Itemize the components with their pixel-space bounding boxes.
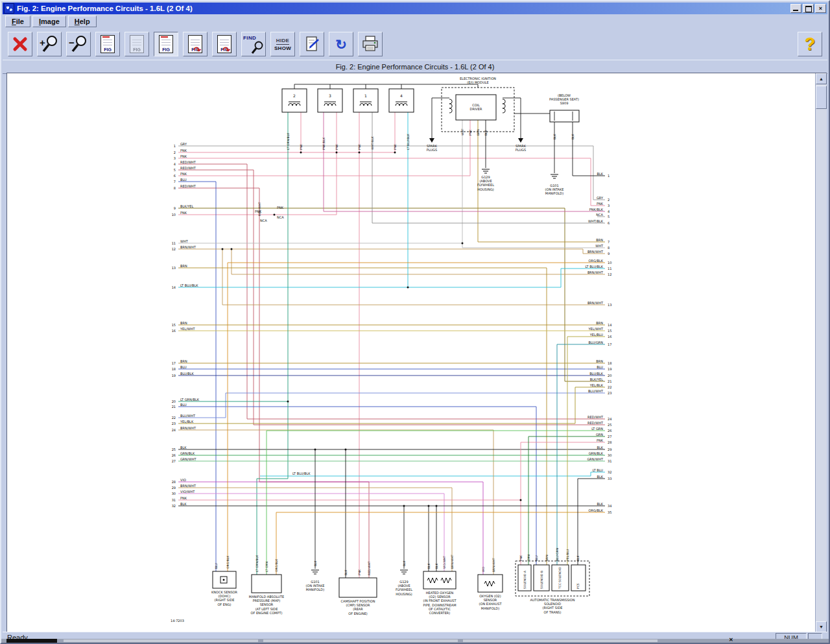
junction-dot <box>462 243 464 244</box>
print-button[interactable] <box>358 32 383 56</box>
zoom-out-button[interactable]: − <box>66 32 91 56</box>
diagram-text: 3 <box>329 93 331 98</box>
wire-color-label: BLK <box>597 172 604 176</box>
figure-caption: Fig. 2: Engine Performance Circuits - 1.… <box>336 63 495 71</box>
figure-page-icon: FIG <box>159 35 173 53</box>
wire-color-label: GRN <box>527 555 530 561</box>
scroll-up-button[interactable]: ▲ <box>816 73 827 84</box>
component-label: SENSOR <box>260 602 274 606</box>
junction-dot <box>274 214 276 216</box>
pin-number: 27 <box>608 435 611 438</box>
pin-number: 7 <box>174 180 176 184</box>
component-box <box>252 575 281 593</box>
hide-show-button[interactable]: HIDE SHOW <box>270 32 295 56</box>
maximize-button[interactable] <box>803 4 814 13</box>
component-label: OF CATALYTIC <box>429 607 451 611</box>
wire-color-label: BLU/WHT <box>180 414 196 418</box>
wire-color-label: YEL/WHT <box>588 327 604 331</box>
fig-current-button[interactable]: FIG <box>154 32 178 56</box>
spark-plug-arrow <box>518 138 523 143</box>
wire-color-label: BLK <box>435 562 438 569</box>
wire-color-label: LT BLU/BLK <box>585 265 603 268</box>
wire-color-label: BLK/YEL <box>180 204 193 208</box>
printer-icon <box>361 35 380 53</box>
wire-color-label: BRN <box>545 555 549 561</box>
diagram-text: 2 <box>293 93 296 98</box>
fig-last-button[interactable]: FIG ↷ <box>212 32 237 56</box>
wire-color-label: BRN <box>596 321 603 325</box>
refresh-button[interactable]: ↻ <box>329 32 353 56</box>
wire-color-label: WHT/BLK <box>588 219 604 223</box>
wire-color-label: PNK <box>358 143 361 150</box>
taskbar-item <box>64 639 258 642</box>
diagram-text: 4 <box>400 93 403 98</box>
wire <box>573 122 605 176</box>
component-label: (ABOVE <box>397 584 410 588</box>
pin-number: 14 <box>172 285 176 289</box>
junction-dot <box>300 152 302 154</box>
coil-symbol <box>360 102 372 106</box>
component-label: OF ENGINE COMPT) <box>251 611 283 615</box>
help-button[interactable]: ? <box>798 32 822 56</box>
pin-number: 11 <box>608 267 611 270</box>
wire-color-label: ORG/BLK <box>275 558 278 572</box>
component-box <box>389 89 414 112</box>
wire-color-label: LT BLU/BLK <box>407 133 410 150</box>
wire <box>178 146 605 200</box>
wire <box>324 112 605 211</box>
wire-color-label: LT GRN <box>591 427 603 431</box>
wire-color-label: BLU/GRN <box>589 340 604 344</box>
fig-next-button[interactable]: FIG ↷ <box>183 32 208 56</box>
wire <box>178 500 521 565</box>
component-label: (E/I) MODULE <box>467 80 489 84</box>
vertical-scrollbar[interactable]: ▲ ▼ <box>815 73 827 632</box>
minimize-icon <box>793 10 798 11</box>
wire-color-label: BRN <box>596 238 603 242</box>
pin-number: 28 <box>172 480 176 484</box>
pin-number: 12 <box>608 272 611 276</box>
wire-color-label: WHT <box>595 244 604 248</box>
wire-color-label: BLK <box>553 133 556 139</box>
wire-color-label: BRN <box>477 129 480 136</box>
wire-color-label: LT BLU/BLK <box>180 283 198 287</box>
component-label: MANIFOLD) <box>481 606 499 610</box>
junction-dot <box>436 505 438 507</box>
component-label: S909 <box>560 101 569 105</box>
wiring-diagram[interactable]: 1GRY2PNK3PNK4RED/WHT5RED/WHT6PNK7BLU8RED… <box>7 73 816 632</box>
zoom-in-button[interactable]: + <box>37 32 62 56</box>
title-bar: Fig. 2: Engine Performance Circuits - 1.… <box>3 3 827 14</box>
close-figure-button[interactable] <box>8 32 32 56</box>
menu-help[interactable]: Help <box>68 16 97 27</box>
resistor-symbol <box>441 578 451 583</box>
wire-color-label: BLK <box>344 569 348 575</box>
wire-color-label: PNK <box>519 555 523 561</box>
wire-color-label: LT GRN <box>265 562 268 572</box>
taskbar-sliver: ✕ <box>1 639 829 643</box>
minimize-button[interactable] <box>790 4 801 13</box>
pin-number: 17 <box>172 361 176 365</box>
fig-fit-button[interactable]: FIG <box>95 32 120 56</box>
find-button[interactable]: FIND <box>241 32 266 56</box>
wire-color-label: GRY <box>597 196 604 200</box>
pin-number: 20 <box>608 374 611 377</box>
wire <box>228 263 605 571</box>
scroll-down-button[interactable]: ▼ <box>816 621 827 632</box>
transformer-symbol <box>503 99 505 113</box>
wire-color-label: YEL/WHT <box>180 327 195 331</box>
diagram-text: LT BLU/BLK <box>292 471 311 475</box>
component-label: (CMP) SENSOR <box>346 603 370 607</box>
annotate-button[interactable] <box>300 32 324 56</box>
pin-number: 25 <box>608 423 611 427</box>
fig-previous-button[interactable]: FIG <box>124 32 149 56</box>
resistor-symbol <box>427 578 438 583</box>
pin-number: 9 <box>174 206 176 210</box>
pin-number: 20 <box>172 400 176 403</box>
scroll-thumb[interactable] <box>816 86 827 109</box>
wire-color-label: BRN/WHT <box>587 270 604 274</box>
component-label: (DOHC) <box>219 594 231 598</box>
component-label: (ON INTAKE <box>545 187 564 191</box>
menu-image[interactable]: Image <box>32 16 66 27</box>
zoom-in-icon: + <box>39 34 60 54</box>
menu-file[interactable]: File <box>5 16 30 27</box>
close-button[interactable]: × <box>815 4 826 13</box>
